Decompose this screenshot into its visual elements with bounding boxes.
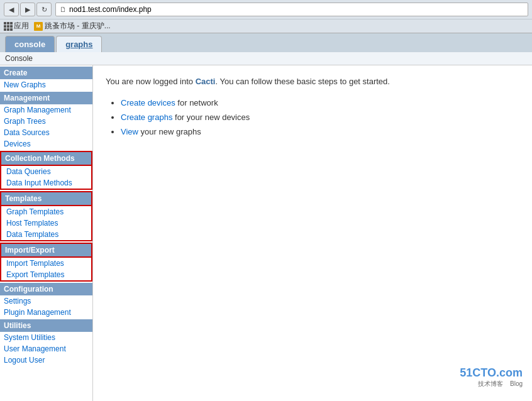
tab-graphs[interactable]: graphs <box>56 36 102 52</box>
page-header: Console <box>0 52 532 65</box>
watermark-sub1: 技术博客 Blog <box>460 380 523 388</box>
step2-rest: for your new devices <box>175 113 250 122</box>
forward-button[interactable]: ▶ <box>20 3 35 16</box>
bookmarks-bar: 应用 M 跳蚤市场 - 重庆驴... <box>0 19 532 33</box>
sidebar-item-data-templates[interactable]: Data Templates <box>1 229 91 240</box>
list-item: Create devices for network <box>121 96 519 110</box>
sidebar-import-export-group: Import Templates Export Templates <box>0 258 92 282</box>
sidebar-item-new-graphs[interactable]: New Graphs <box>0 79 92 91</box>
tab-console[interactable]: console <box>5 36 55 52</box>
sidebar-item-host-templates[interactable]: Host Templates <box>1 217 91 229</box>
create-graphs-link[interactable]: Create graphs <box>121 113 172 122</box>
bookmark-favicon-1: M <box>34 22 43 31</box>
step1-rest: for network <box>177 98 218 107</box>
sidebar: Create New Graphs Management Graph Manag… <box>0 65 93 401</box>
address-text: nod1.test.com/index.php <box>69 5 152 14</box>
cacti-brand-link[interactable]: Cacti <box>196 77 216 86</box>
apps-menu[interactable]: 应用 <box>4 21 29 31</box>
sidebar-section-management: Management <box>0 92 92 104</box>
browser-toolbar: ◀ ▶ ↻ 🗋 nod1.test.com/index.php <box>0 0 532 19</box>
sidebar-item-logout-user[interactable]: Logout User <box>0 354 92 366</box>
tab-bar: console graphs <box>0 33 532 52</box>
steps-list: Create devices for network Create graphs… <box>121 96 519 140</box>
sidebar-section-collection-methods: Collection Methods <box>0 151 92 166</box>
list-item: View your new graphs <box>121 124 519 139</box>
sidebar-item-data-queries[interactable]: Data Queries <box>1 166 91 177</box>
bookmark-label-1: 跳蚤市场 - 重庆驴... <box>45 21 111 31</box>
nav-buttons: ◀ ▶ ↻ <box>4 3 52 16</box>
sidebar-section-configuration: Configuration <box>0 283 92 295</box>
refresh-button[interactable]: ↻ <box>36 3 52 16</box>
sidebar-section-import-export: Import/Export <box>0 243 92 258</box>
sidebar-section-create: Create <box>0 67 92 79</box>
watermark-logo: 51CTO.com <box>460 366 523 380</box>
welcome-message: You are now logged into Cacti. You can f… <box>106 75 519 88</box>
list-item: Create graphs for your new devices <box>121 110 519 124</box>
browser-chrome: ◀ ▶ ↻ 🗋 nod1.test.com/index.php 应用 M 跳蚤市… <box>0 0 532 33</box>
sidebar-item-user-management[interactable]: User Management <box>0 343 92 354</box>
sidebar-item-import-templates[interactable]: Import Templates <box>1 258 91 269</box>
address-bar[interactable]: 🗋 nod1.test.com/index.php <box>55 3 528 16</box>
sidebar-item-graph-management[interactable]: Graph Management <box>0 104 92 116</box>
watermark: 51CTO.com 技术博客 Blog <box>460 366 523 388</box>
sidebar-collection-methods-group: Data Queries Data Input Methods <box>0 166 92 190</box>
page-icon: 🗋 <box>60 6 67 13</box>
sidebar-item-graph-trees[interactable]: Graph Trees <box>0 116 92 127</box>
apps-label: 应用 <box>14 21 29 31</box>
sidebar-item-devices[interactable]: Devices <box>0 138 92 150</box>
view-graphs-link[interactable]: View <box>121 127 138 136</box>
step3-rest: your new graphs <box>141 127 201 136</box>
sidebar-item-data-input-methods[interactable]: Data Input Methods <box>1 177 91 189</box>
bookmark-item-1[interactable]: M 跳蚤市场 - 重庆驴... <box>34 21 111 31</box>
sidebar-section-utilities: Utilities <box>0 319 92 332</box>
sidebar-item-export-templates[interactable]: Export Templates <box>1 269 91 280</box>
sidebar-item-system-utilities[interactable]: System Utilities <box>0 332 92 343</box>
sidebar-section-templates: Templates <box>0 191 92 206</box>
page-body: Create New Graphs Management Graph Manag… <box>0 65 532 401</box>
back-button[interactable]: ◀ <box>4 3 19 16</box>
sidebar-item-graph-templates[interactable]: Graph Templates <box>1 206 91 217</box>
breadcrumb: Console <box>5 54 33 63</box>
sidebar-item-settings[interactable]: Settings <box>0 295 92 307</box>
sidebar-item-data-sources[interactable]: Data Sources <box>0 127 92 138</box>
apps-icon <box>4 22 13 31</box>
create-devices-link[interactable]: Create devices <box>121 98 175 107</box>
sidebar-templates-group: Graph Templates Host Templates Data Temp… <box>0 206 92 241</box>
sidebar-item-plugin-management[interactable]: Plugin Management <box>0 307 92 318</box>
main-content: You are now logged into Cacti. You can f… <box>93 65 532 401</box>
